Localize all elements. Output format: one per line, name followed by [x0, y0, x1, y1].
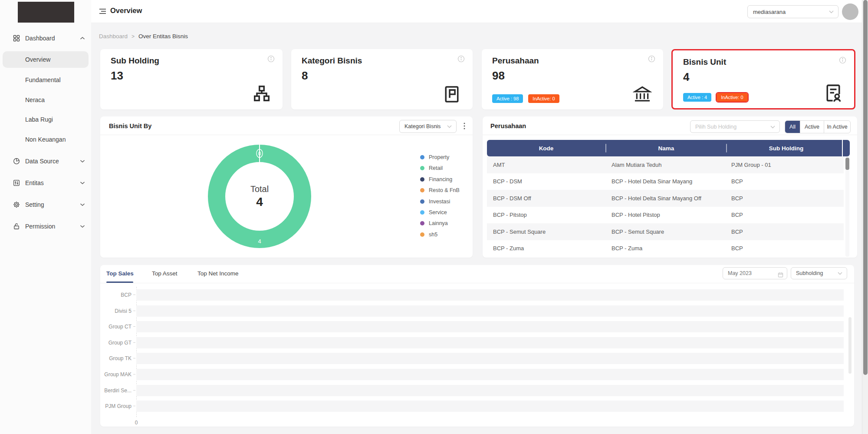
info-icon[interactable]: [267, 55, 275, 63]
user-avatar[interactable]: [842, 3, 858, 20]
org-chart-icon: [252, 85, 271, 104]
bar-row-band: [136, 401, 844, 412]
filter-active-button[interactable]: Active: [800, 121, 824, 133]
tab-top-asset[interactable]: Top Asset: [152, 270, 178, 277]
legend-item[interactable]: Service: [420, 209, 447, 216]
y-axis-label: Divisi 5: [100, 308, 132, 314]
sidebar-item-label: Fundamental: [25, 76, 61, 83]
cell-kode: BCP - Pitstop: [487, 212, 605, 218]
axis-tick: [133, 311, 135, 311]
legend-item[interactable]: Resto & FnB: [420, 187, 460, 194]
bank-icon: [633, 85, 652, 104]
page-scrollbar-thumb[interactable]: [863, 0, 868, 375]
filter-all-button[interactable]: All: [785, 121, 800, 133]
info-icon[interactable]: [839, 56, 846, 64]
legend-dot: [420, 155, 424, 159]
month-picker-value: May 2023: [728, 270, 752, 276]
cell-sub-holding: BCP: [725, 212, 844, 218]
menu-fold-icon[interactable]: [99, 8, 106, 15]
month-picker[interactable]: May 2023: [723, 267, 787, 279]
legend-item[interactable]: Investasi: [420, 198, 450, 205]
pilih-sub-holding-select[interactable]: Pilih Sub Holding: [690, 120, 780, 133]
stat-card-title: Perusahaan: [492, 56, 539, 66]
bisnis-unit-by-card: Bisnis Unit By Kategori Bisnis 0 4 Total…: [100, 116, 473, 258]
sidebar: Dashboard Overview Fundamental Neraca La…: [0, 0, 92, 434]
stat-card-title: Kategori Bisnis: [302, 56, 362, 66]
sidebar-item-non-keuangan[interactable]: Non Keuangan: [3, 131, 89, 148]
sidebar-item-label: Dashboard: [25, 35, 55, 42]
table-row: BCP - Pitstop BCP - Hotel Pitstop BCP: [487, 207, 844, 224]
legend-label: Retail: [429, 165, 443, 171]
breadcrumb-parent[interactable]: Dashboard: [99, 33, 128, 40]
chevron-down-icon: [80, 159, 85, 163]
stat-card-title: Sub Holding: [111, 56, 159, 66]
cell-sub-holding: BCP: [725, 195, 844, 202]
donut-chart: 0 4: [203, 140, 316, 253]
document-user-icon: [824, 83, 843, 103]
sidebar-item-label: Permission: [25, 223, 55, 230]
stat-card-sub-holding: Sub Holding 13: [100, 49, 283, 109]
sidebar-item-entitas[interactable]: Entitas: [0, 175, 91, 191]
table-row: BCP - DSM BCP - Hotel Delta Sinar Mayang…: [487, 173, 844, 190]
status-badges: Active : 98 InActive: 0: [492, 94, 559, 103]
cell-kode: BCP - Semut Square: [487, 229, 605, 235]
cell-nama: BCP - Hotel Delta Sinar Mayang Off: [605, 195, 725, 202]
legend-item[interactable]: Lainnya: [420, 220, 448, 227]
more-options-icon[interactable]: [460, 122, 468, 130]
page-title: Overview: [110, 7, 142, 15]
subholding-select[interactable]: Subholding: [791, 267, 847, 279]
stat-card-value: 4: [683, 70, 689, 84]
column-header-nama: Nama: [606, 145, 726, 152]
bar-row-band: [136, 353, 844, 364]
legend-label: Resto & FnB: [429, 187, 460, 193]
filter-inactive-button[interactable]: In Active: [824, 121, 850, 133]
card-title: Perusahaan: [490, 123, 526, 129]
y-axis-label: Group TK: [100, 355, 132, 361]
chevron-up-icon: [80, 36, 85, 40]
sidebar-item-fundamental[interactable]: Fundamental: [3, 72, 89, 88]
chevron-down-icon: [80, 225, 85, 228]
legend-label: Investasi: [429, 199, 450, 205]
cell-nama: BCP - Semut Square: [605, 229, 725, 235]
info-icon[interactable]: [648, 55, 655, 63]
sidebar-item-setting[interactable]: Setting: [0, 197, 91, 212]
sidebar-item-neraca[interactable]: Neraca: [3, 92, 89, 108]
chevron-down-icon: [447, 125, 452, 128]
chevron-down-icon: [829, 10, 834, 13]
table-scrollbar-thumb[interactable]: [845, 158, 849, 170]
chevron-down-icon: [770, 126, 775, 129]
dashboard-grid-icon: [13, 35, 20, 42]
sidebar-item-label: Neraca: [25, 96, 45, 103]
legend-item[interactable]: Property: [420, 154, 449, 161]
divider: [100, 135, 473, 135]
y-axis-label: Berdiri Se...: [100, 388, 132, 394]
sidebar-item-overview[interactable]: Overview: [3, 51, 89, 68]
cell-kode: BCP - DSM: [487, 178, 605, 185]
page-scrollbar-track[interactable]: [862, 0, 868, 434]
legend-item[interactable]: sh5: [420, 231, 437, 238]
sidebar-item-label: Laba Rugi: [25, 116, 53, 123]
legend-item[interactable]: Retail: [420, 165, 443, 172]
stat-card-bisnis-unit: Bisnis Unit 4 Active : 4 InActive: 0: [671, 49, 855, 109]
sidebar-item-dashboard[interactable]: Dashboard: [0, 30, 91, 46]
sliders-icon: [13, 179, 20, 186]
legend-item[interactable]: Financing: [420, 176, 452, 183]
legend-dot: [420, 232, 424, 237]
sidebar-item-permission[interactable]: Permission: [0, 219, 91, 234]
status-filter-group: All Active In Active: [785, 120, 851, 133]
kategori-bisnis-select[interactable]: Kategori Bisnis: [399, 120, 457, 133]
tab-top-sales[interactable]: Top Sales: [106, 270, 134, 277]
flag-board-icon: [442, 85, 461, 104]
info-icon[interactable]: [457, 55, 465, 63]
sidebar-item-data-source[interactable]: Data Source: [0, 153, 91, 169]
chart-scrollbar-thumb[interactable]: [848, 317, 852, 374]
active-badge: Active : 4: [683, 93, 711, 102]
stat-card-title: Bisnis Unit: [683, 57, 726, 67]
cell-nama: Alam Mutiara Teduh: [605, 162, 725, 168]
sidebar-item-laba-rugi[interactable]: Laba Rugi: [3, 111, 89, 128]
table-scrollbar-track[interactable]: [845, 156, 849, 257]
sidebar-item-label: Overview: [25, 56, 50, 63]
tab-top-net-income[interactable]: Top Net Income: [197, 270, 239, 277]
tenant-select[interactable]: mediasarana: [747, 5, 838, 18]
card-title: Bisnis Unit By: [109, 123, 151, 129]
